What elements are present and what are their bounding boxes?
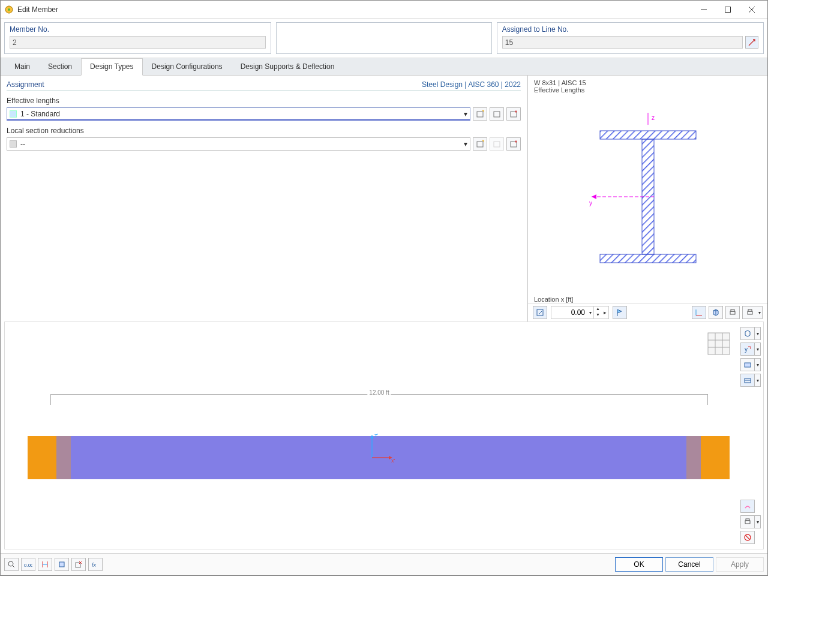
preview-axes-button[interactable] [692,306,706,319]
assignment-label: Assignment [7,80,44,89]
svg-rect-28 [730,311,735,314]
ok-button[interactable]: OK [615,557,663,572]
apply-button: Apply [716,557,764,572]
mv-tool-1[interactable] [740,327,755,340]
minimize-button[interactable] [692,1,716,18]
footer-fx-button[interactable]: fx [88,558,103,571]
tab-supports[interactable]: Design Supports & Deflection [232,58,344,75]
header-fields: Member No. Assigned to Line No. [1,19,767,58]
assigned-label: Assigned to Line No. [502,25,758,34]
svg-rect-25 [537,310,543,315]
section-svg: z y [564,113,732,281]
design-code-link[interactable]: Steel Design | AISC 360 | 2022 [422,80,521,89]
tab-section[interactable]: Section [39,58,81,75]
svg-line-52 [13,566,14,567]
right-support-overlay [684,436,701,479]
local-section-delete-button[interactable] [506,137,521,151]
member-view[interactable]: 12.00 ft z' x' ▾ y▾ ▾ ▾ [4,321,764,549]
svg-rect-18 [600,254,696,263]
location-input[interactable] [551,308,587,317]
footer-search-button[interactable] [4,558,19,571]
mv-tool-1-dd[interactable]: ▾ [755,327,761,340]
preview-print-button[interactable] [725,306,740,319]
eff-length-delete-button[interactable] [506,107,521,121]
preview-print2-button[interactable] [742,306,757,319]
maximize-button[interactable] [716,1,740,18]
location-flag-button[interactable] [613,306,627,319]
assigned-input[interactable] [502,36,743,49]
svg-rect-38 [708,333,730,354]
mv-bottom-print[interactable] [740,515,755,528]
svg-rect-11 [477,142,483,147]
right-panel: W 8x31 | AISC 15 Effective Lengths z y [527,76,767,321]
svg-rect-57 [59,562,64,567]
left-panel: Assignment Steel Design | AISC 360 | 202… [1,76,527,321]
svg-point-1 [8,8,10,11]
pick-line-button[interactable] [745,36,758,49]
eff-length-new-button[interactable] [473,107,487,121]
svg-rect-48 [746,519,749,521]
spin-down[interactable]: ▼ [593,312,602,318]
cancel-button[interactable]: Cancel [665,557,713,572]
close-button[interactable] [740,1,764,18]
dimension-label: 12.00 ft [367,389,391,396]
mv-tool-3[interactable] [740,358,755,371]
svg-rect-12 [494,142,500,147]
footer-tool-3[interactable] [38,558,52,571]
eff-length-value: 1 - Standard [20,110,60,118]
eff-length-combo[interactable]: 1 - Standard ▾ [7,107,470,121]
svg-text:y: y [745,346,748,353]
dimension-line: 12.00 ft [50,394,708,405]
section-caption: Effective Lengths [534,86,761,94]
local-section-value: -- [20,140,25,148]
footer-units-button[interactable]: 0.00 [21,558,35,571]
tab-design-types[interactable]: Design Types [81,58,143,76]
location-spinner[interactable]: ▾ ▲▼ ▸ [551,306,609,319]
member-no-input[interactable] [10,36,266,49]
svg-text:x': x' [391,458,395,464]
svg-rect-13 [511,142,517,147]
svg-line-50 [745,535,750,540]
footer-tool-5[interactable] [71,558,86,571]
svg-rect-30 [748,311,752,314]
left-support-overlay [56,436,73,479]
app-icon [4,5,14,14]
chevron-down-icon: ▾ [464,110,467,118]
local-section-new-button[interactable] [473,137,487,151]
nav-cube[interactable] [704,329,733,358]
location-pick-button[interactable] [533,306,547,319]
footer-tool-4[interactable] [55,558,69,571]
mv-tool-3-dd[interactable]: ▾ [755,358,761,371]
local-section-combo[interactable]: -- ▾ [7,137,470,151]
mv-tool-4[interactable] [740,374,755,387]
assigned-box: Assigned to Line No. [497,22,764,54]
mv-bottom-reset[interactable] [740,531,755,544]
local-section-label: Local section reductions [7,127,521,135]
svg-text:z: z [652,115,655,121]
mv-tool-2[interactable]: y [740,342,755,356]
preview-print2-dropdown[interactable]: ▾ [757,306,763,319]
local-axes: z' x' [360,431,396,467]
member-no-box: Member No. [4,22,271,54]
mv-bottom-print-dd[interactable]: ▾ [755,515,761,528]
mv-bottom-1[interactable] [740,500,755,513]
section-preview[interactable]: z y [528,97,767,296]
eff-length-swatch [10,110,17,118]
eff-length-edit-button[interactable] [490,107,504,121]
svg-rect-6 [477,112,483,117]
svg-point-51 [8,561,13,566]
header-spacer-box [276,22,492,54]
svg-rect-44 [745,363,751,367]
svg-text:fx: fx [92,562,97,568]
tab-design-config[interactable]: Design Configurations [143,58,232,75]
svg-rect-3 [725,7,731,12]
tab-main[interactable]: Main [5,58,39,75]
mv-tool-2-dd[interactable]: ▾ [755,342,761,356]
spin-up[interactable]: ▲ [593,307,602,312]
local-section-edit-button [490,137,504,151]
window-title: Edit Member [17,5,692,14]
preview-3d-button[interactable] [709,306,723,319]
svg-text:0.00: 0.00 [24,563,32,568]
mv-tool-4-dd[interactable]: ▾ [755,374,761,387]
member-no-label: Member No. [10,25,266,34]
